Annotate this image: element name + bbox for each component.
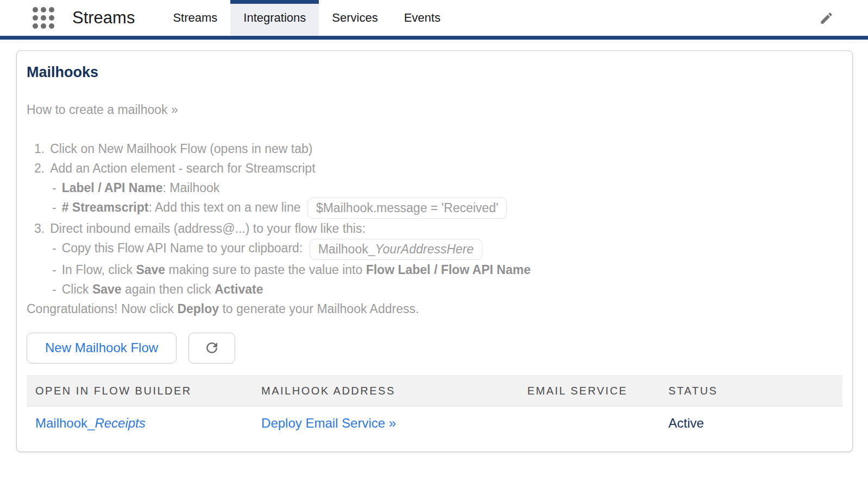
instruction-text: YourAddressHere (375, 242, 474, 256)
instruction-text: Click on New Mailhook Flow (opens in new… (50, 142, 312, 156)
instruction-line: Congratulations! Now click Deploy to gen… (27, 299, 842, 319)
instruction-line: -Label / API Name: Mailhook (27, 178, 842, 198)
tab-streams[interactable]: Streams (160, 0, 230, 36)
instruction-text: : Add this text on a new line (148, 200, 304, 214)
app-launcher-icon[interactable] (33, 7, 54, 29)
mailhooks-card: Mailhooks How to create a mailhook » 1.C… (16, 50, 853, 452)
code-snippet: $Mailhook.message = 'Received' (307, 198, 507, 219)
status-badge: Active (669, 416, 704, 430)
instruction-text: Click (62, 282, 92, 296)
instruction-line: 2.Add an Action element - search for Str… (27, 158, 842, 178)
mailhooks-table: OPEN IN FLOW BUILDER MAILHOOK ADDRESS EM… (27, 376, 842, 440)
instruction-text: Direct inbound emails (address@...) to y… (50, 221, 366, 236)
instruction-text: Congratulations! Now click (27, 302, 177, 316)
new-mailhook-flow-button[interactable]: New Mailhook Flow (27, 333, 177, 364)
instruction-text: making sure to paste the value into (165, 263, 366, 277)
email-service-cell (519, 406, 660, 440)
help-link[interactable]: How to create a mailhook » (27, 103, 178, 117)
list-marker: 1. (34, 142, 45, 156)
instructions: 1.Click on New Mailhook Flow (opens in n… (27, 139, 842, 319)
instruction-text: Add an Action element - search for Strea… (50, 161, 315, 175)
instruction-text: to generate your Mailhook Address. (219, 302, 419, 316)
tab-events[interactable]: Events (391, 0, 454, 36)
table-row: Mailhook_Receipts Deploy Email Service »… (27, 406, 842, 440)
mailhooks-table-wrap: OPEN IN FLOW BUILDER MAILHOOK ADDRESS EM… (27, 376, 842, 440)
instruction-line: -# Streamscript: Add this text on a new … (27, 198, 842, 219)
flow-link-prefix: Mailhook_ (35, 416, 95, 430)
col-email-service: EMAIL SERVICE (519, 376, 660, 406)
status-cell: Active (660, 406, 842, 440)
list-marker: - (52, 200, 56, 214)
app-title: Streams (72, 8, 135, 28)
instruction-text: In Flow, click (62, 263, 136, 277)
flow-builder-link[interactable]: Mailhook_Receipts (35, 416, 146, 430)
list-marker: - (52, 181, 56, 195)
list-marker: - (52, 282, 56, 296)
list-marker: 3. (34, 221, 45, 236)
col-open-in-flow-builder: OPEN IN FLOW BUILDER (27, 376, 253, 406)
flow-link-name: Receipts (95, 416, 145, 430)
instruction-text: $Mailhook.message = 'Received' (316, 201, 498, 215)
instruction-text: again then click (122, 282, 215, 296)
edit-nav-button[interactable] (818, 10, 834, 26)
flow-builder-cell: Mailhook_Receipts (27, 406, 253, 440)
instruction-text: Copy this Flow API Name to your clipboar… (62, 241, 306, 255)
instruction-line: -Click Save again then click Activate (27, 279, 842, 299)
mailhook-address-cell: Deploy Email Service » (253, 406, 519, 440)
instruction-line: -In Flow, click Save making sure to past… (27, 260, 842, 279)
instruction-text: : Mailhook (162, 181, 219, 195)
instruction-line: 1.Click on New Mailhook Flow (opens in n… (27, 139, 842, 158)
instruction-text: Save (136, 263, 165, 277)
code-snippet: Mailhook_YourAddressHere (310, 239, 482, 260)
refresh-button[interactable] (188, 333, 235, 364)
nav-tabs: StreamsIntegrationsServicesEvents (160, 0, 454, 36)
instruction-text: Flow Label / Flow API Name (366, 263, 531, 277)
list-marker: 2. (34, 161, 45, 175)
instruction-text: Activate (215, 282, 263, 296)
refresh-icon (204, 340, 220, 356)
col-mailhook-address: MAILHOOK ADDRESS (253, 376, 519, 406)
instruction-text: Label / API Name (62, 181, 163, 195)
instruction-text: Save (92, 282, 122, 296)
col-status: STATUS (660, 376, 842, 406)
list-marker: - (52, 263, 56, 277)
list-marker: - (52, 241, 56, 255)
pencil-icon (819, 11, 834, 26)
tab-integrations[interactable]: Integrations (230, 0, 319, 36)
instruction-text: Mailhook_ (318, 242, 375, 256)
tab-services[interactable]: Services (319, 0, 391, 36)
deploy-email-service-link[interactable]: Deploy Email Service » (261, 416, 396, 430)
top-nav: Streams StreamsIntegrationsServicesEvent… (0, 0, 868, 40)
table-header-row: OPEN IN FLOW BUILDER MAILHOOK ADDRESS EM… (27, 376, 842, 406)
instruction-line: 3.Direct inbound emails (address@...) to… (27, 219, 842, 238)
page-title: Mailhooks (27, 64, 842, 81)
instruction-text: Deploy (177, 302, 219, 316)
button-row: New Mailhook Flow (27, 333, 842, 364)
instruction-text: # Streamscript (62, 200, 149, 214)
instruction-line: -Copy this Flow API Name to your clipboa… (27, 238, 842, 259)
